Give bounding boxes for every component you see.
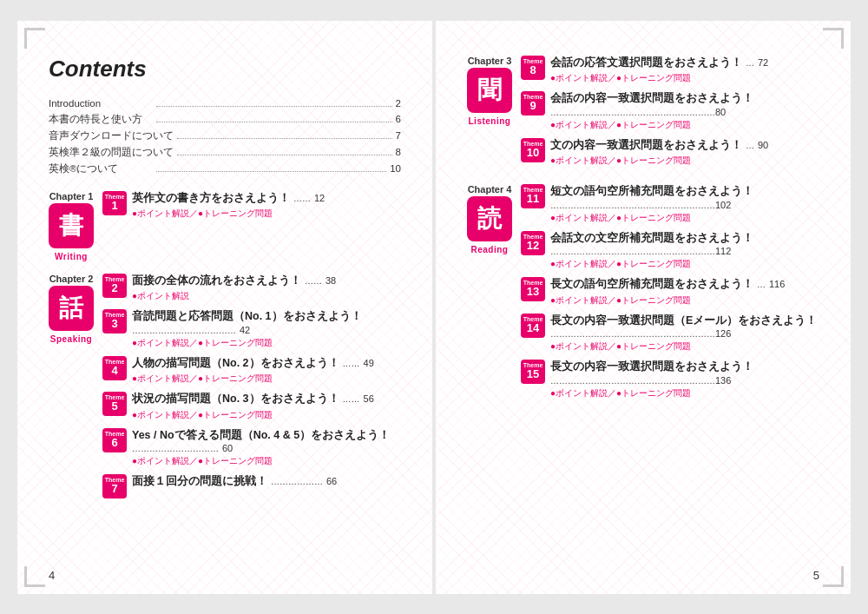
theme4-content: 人物の描写問題（No. 2）をおさえよう！ …… 49 ●ポイント解説／●トレー… — [132, 356, 401, 386]
theme12-content: 会話文の文空所補充問題をおさえよう！ ………………………………………………… 1… — [550, 231, 819, 271]
theme15-title: 長文の内容一致選択問題をおさえよう！ — [550, 360, 819, 375]
theme3-content: 音読問題と応答問題（No. 1）をおさえよう！ ……………………………… 42 … — [132, 309, 401, 349]
book-spread: Contents Introduction 2 本書の特長と使い方 6 音声ダウ… — [17, 21, 851, 594]
theme12-item: Theme 12 会話文の文空所補充問題をおさえよう！ ………………………………… — [521, 231, 819, 271]
toc-intro-item: 音声ダウンロードについて 7 — [49, 129, 401, 142]
toc-intro-item: Introduction 2 — [49, 98, 401, 109]
chapter4-header: Chapter 4 読 Reading Theme 11 — [467, 184, 819, 406]
chapter2-block: Chapter 2 話 Speaking Theme 2 — [49, 274, 401, 506]
theme14-content: 長文の内容一致選択問題（Eメール）をおさえよう！ ………………………………………… — [550, 314, 819, 353]
theme9-item: Theme 9 会話の内容一致選択問題をおさえよう！ …………………………………… — [521, 91, 819, 131]
toc-intro-item: 英検®について 10 — [49, 162, 401, 175]
theme15-row: Theme 15 長文の内容一致選択問題をおさえよう！ ………………………………… — [521, 360, 819, 399]
theme14-row: Theme 14 長文の内容一致選択問題（Eメール）をおさえよう！ ………………… — [521, 314, 819, 353]
chapter1-block: Chapter 1 書 Writing Theme 1 — [49, 191, 401, 261]
theme4-badge: Theme 4 — [102, 356, 127, 380]
theme3-badge: Theme 3 — [102, 309, 127, 333]
page-left-number: 4 — [49, 569, 55, 582]
theme3-sub: ●ポイント解説／●トレーニング問題 — [132, 337, 401, 349]
chapter2-name: Speaking — [50, 334, 92, 344]
chapter1-kanji: 書 — [49, 203, 94, 248]
theme15-num: 15 — [527, 368, 539, 380]
theme12-row: Theme 12 会話文の文空所補充問題をおさえよう！ ………………………………… — [521, 231, 819, 271]
intro-label: 英検準２級の問題について — [49, 146, 174, 159]
theme14-item: Theme 14 長文の内容一致選択問題（Eメール）をおさえよう！ ………………… — [521, 314, 819, 353]
page-right: Chapter 3 聞 Listening Theme 8 — [436, 21, 851, 594]
chapter1-header: Chapter 1 書 Writing Theme 1 — [49, 191, 401, 261]
intro-label: 音声ダウンロードについて — [49, 129, 174, 142]
chapter1-icon-col: Chapter 1 書 Writing — [49, 191, 94, 261]
intro-label: 英検®について — [49, 162, 153, 175]
theme9-row: Theme 9 会話の内容一致選択問題をおさえよう！ …………………………………… — [521, 91, 819, 131]
theme13-sub: ●ポイント解説／●トレーニング問題 — [550, 294, 819, 307]
theme5-title: 状況の描写問題（No. 3）をおさえよう！ — [132, 392, 339, 407]
theme1-item: Theme 1 英作文の書き方をおさえよう！ …… 12 ●ポイント解説／●トレ… — [102, 191, 401, 221]
chapter1-name: Writing — [55, 252, 88, 261]
theme9-content: 会話の内容一致選択問題をおさえよう！ ………………………………………………… 8… — [550, 91, 819, 131]
theme10-content: 文の内容一致選択問題をおさえよう！ … 90 ●ポイント解説／●トレーニング問題 — [550, 138, 819, 168]
theme6-content: Yes / Noで答える問題（No. 4 & 5）をおさえよう！ …………………… — [132, 428, 401, 468]
theme8-num: 8 — [529, 64, 536, 76]
theme4-num: 4 — [111, 365, 117, 377]
intro-page: 2 — [396, 98, 401, 109]
theme9-num: 9 — [529, 100, 536, 112]
intro-page: 10 — [390, 163, 401, 174]
chapter3-kanji: 聞 — [467, 68, 512, 113]
theme14-sub: ●ポイント解説／●トレーニング問題 — [550, 340, 819, 353]
chapter3-name: Listening — [469, 116, 511, 126]
intro-page: 7 — [396, 130, 401, 141]
theme2-sub: ●ポイント解説 — [132, 290, 401, 302]
theme15-sub: ●ポイント解説／●トレーニング問題 — [550, 387, 819, 399]
page-right-number: 5 — [813, 569, 819, 582]
theme12-title: 会話文の文空所補充問題をおさえよう！ — [550, 231, 819, 247]
chapter4-kanji: 読 — [467, 196, 512, 241]
theme2-badge: Theme 2 — [102, 274, 127, 298]
theme8-sub: ●ポイント解説／●トレーニング問題 — [550, 72, 819, 84]
theme4-item: Theme 4 人物の描写問題（No. 2）をおさえよう！ …… 49 ●ポイン… — [102, 356, 401, 386]
theme6-title: Yes / Noで答える問題（No. 4 & 5）をおさえよう！ — [132, 428, 401, 444]
theme7-item: Theme 7 面接１回分の問題に挑戦！ ……………… 66 — [102, 474, 401, 498]
theme8-badge: Theme 8 — [521, 56, 545, 80]
corner-br — [823, 566, 844, 587]
toc-intro: Introduction 2 本書の特長と使い方 6 音声ダウンロードについて … — [49, 98, 401, 175]
corner-tl — [24, 28, 45, 49]
theme13-item: Theme 13 長文の語句空所補充問題をおさえよう！ … 116 — [521, 277, 819, 307]
theme15-content: 長文の内容一致選択問題をおさえよう！ ………………………………………………… 1… — [550, 360, 819, 399]
theme13-content: 長文の語句空所補充問題をおさえよう！ … 116 ●ポイント解説／●トレーニング… — [550, 277, 819, 307]
theme10-title: 文の内容一致選択問題をおさえよう！ — [550, 138, 742, 154]
theme4-sub: ●ポイント解説／●トレーニング問題 — [132, 373, 401, 385]
theme7-num: 7 — [111, 483, 117, 495]
page-left-content: Contents Introduction 2 本書の特長と使い方 6 音声ダウ… — [49, 56, 401, 506]
theme1-title: 英作文の書き方をおさえよう！ — [132, 191, 290, 207]
chapter3-header: Chapter 3 聞 Listening Theme 8 — [467, 56, 819, 175]
theme9-sub: ●ポイント解説／●トレーニング問題 — [550, 119, 819, 131]
theme6-sub: ●ポイント解説／●トレーニング問題 — [132, 455, 401, 467]
intro-dots — [156, 122, 392, 122]
theme12-sub: ●ポイント解説／●トレーニング問題 — [550, 258, 819, 270]
chapter2-icon-col: Chapter 2 話 Speaking — [49, 274, 94, 344]
theme2-content: 面接の全体の流れをおさえよう！ …… 38 ●ポイント解説 — [132, 274, 401, 303]
theme2-item: Theme 2 面接の全体の流れをおさえよう！ …… 38 ●ポイント解説 — [102, 274, 401, 303]
theme10-badge: Theme 10 — [521, 138, 545, 162]
page-right-content: Chapter 3 聞 Listening Theme 8 — [467, 56, 819, 406]
page-left: Contents Introduction 2 本書の特長と使い方 6 音声ダウ… — [17, 21, 432, 594]
theme1-sub: ●ポイント解説／●トレーニング問題 — [132, 208, 401, 220]
intro-dots — [156, 171, 386, 172]
theme15-badge: Theme 15 — [521, 360, 545, 384]
intro-dots — [156, 106, 392, 107]
theme8-title: 会話の応答文選択問題をおさえよう！ — [550, 56, 742, 71]
theme14-title: 長文の内容一致選択問題（Eメール）をおさえよう！ — [550, 314, 819, 329]
chapter3-icon-col: Chapter 3 聞 Listening — [467, 56, 512, 126]
theme10-num: 10 — [527, 147, 539, 159]
theme14-badge: Theme 14 — [521, 314, 545, 338]
theme5-sub: ●ポイント解説／●トレーニング問題 — [132, 409, 401, 421]
theme3-item: Theme 3 音読問題と応答問題（No. 1）をおさえよう！ ……………………… — [102, 309, 401, 349]
chapter2-kanji: 話 — [49, 286, 94, 331]
chapter2-label: Chapter 2 — [49, 274, 94, 284]
theme6-item: Theme 6 Yes / Noで答える問題（No. 4 & 5）をおさえよう！… — [102, 428, 401, 468]
theme5-content: 状況の描写問題（No. 3）をおさえよう！ …… 56 ●ポイント解説／●トレー… — [132, 392, 401, 421]
theme5-num: 5 — [111, 400, 117, 413]
theme11-row: Theme 11 短文の語句空所補充問題をおさえよう！ ………………………………… — [521, 184, 819, 224]
corner-tr — [823, 28, 844, 49]
chapter4-label: Chapter 4 — [468, 184, 512, 195]
